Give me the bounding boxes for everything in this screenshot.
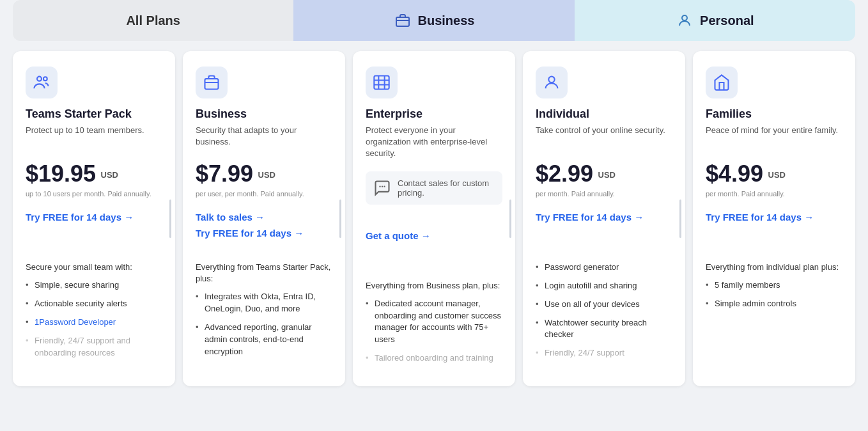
- list-item: Login autofill and sharing: [536, 280, 672, 292]
- cta-primary-families[interactable]: Try FREE for 14 days →: [706, 212, 842, 223]
- list-item: Password generator: [536, 262, 672, 274]
- families-icon-wrapper: [706, 67, 738, 98]
- price-note-families: per month. Paid annually.: [706, 190, 842, 200]
- contact-sales-text: Contact sales for custom pricing.: [398, 178, 495, 198]
- plan-desc-teams: Protect up to 10 team members.: [26, 125, 162, 149]
- svg-point-3: [682, 15, 687, 20]
- tab-all-plans[interactable]: All Plans: [13, 0, 293, 41]
- svg-rect-0: [396, 17, 409, 26]
- cta-area-enterprise: Get a quote →: [366, 230, 502, 269]
- scroll-indicator: [509, 200, 511, 238]
- person-icon: [676, 12, 694, 29]
- plan-card-families: Families Peace of mind for your entire f…: [693, 51, 855, 386]
- plan-price-business: $7.99 USD: [196, 161, 332, 187]
- plan-name-enterprise: Enterprise: [366, 107, 502, 121]
- price-note-enterprise: [366, 211, 502, 221]
- svg-rect-8: [374, 76, 389, 90]
- list-item: Use on all of your devices: [536, 299, 672, 311]
- price-currency-business: USD: [258, 170, 275, 180]
- plan-card-individual: Individual Take control of your online s…: [523, 51, 685, 386]
- page-wrapper: All Plans Business Personal: [0, 0, 868, 431]
- scroll-indicator: [169, 200, 171, 238]
- tab-personal-label: Personal: [700, 13, 754, 28]
- price-amount-families: $4.99: [706, 161, 763, 187]
- scroll-indicator: [339, 200, 341, 238]
- developer-link[interactable]: 1Password Developer: [35, 317, 116, 327]
- list-item: Simple admin controls: [706, 298, 842, 310]
- plan-name-individual: Individual: [536, 107, 672, 121]
- plan-name-families: Families: [706, 107, 842, 121]
- list-item: Watchtower security breach checker: [536, 317, 672, 341]
- svg-point-16: [548, 77, 554, 82]
- tab-business-label: Business: [418, 13, 475, 28]
- plan-name-teams: Teams Starter Pack: [26, 107, 162, 121]
- svg-point-13: [379, 185, 380, 187]
- cta-primary-business[interactable]: Try FREE for 14 days →: [196, 228, 332, 239]
- features-header-enterprise: Everything from Business plan, plus:: [366, 280, 502, 292]
- features-list-teams: Simple, secure sharing Actionable securi…: [26, 279, 162, 365]
- price-note-business: per user, per month. Paid annually.: [196, 190, 332, 200]
- team-icon: [33, 74, 50, 91]
- list-item: Simple, secure sharing: [26, 279, 162, 292]
- price-amount-business: $7.99: [196, 161, 253, 187]
- price-amount-individual: $2.99: [536, 161, 593, 187]
- enterprise-icon-wrapper: [366, 67, 398, 98]
- enterprise-icon: [373, 74, 391, 91]
- svg-point-15: [384, 185, 385, 187]
- cta-secondary-business[interactable]: Talk to sales →: [196, 212, 332, 223]
- price-note-teams: up to 10 users per month. Paid annually.: [26, 190, 162, 200]
- chat-icon: [373, 178, 391, 198]
- cta-primary-teams[interactable]: Try FREE for 14 days →: [26, 212, 162, 223]
- team-icon-wrapper: [26, 67, 58, 98]
- tab-all-plans-label: All Plans: [126, 13, 180, 28]
- list-item: 1Password Developer: [26, 317, 162, 329]
- list-item: Advanced reporting, granular admin contr…: [196, 322, 332, 358]
- plan-price-families: $4.99 USD: [706, 161, 842, 187]
- price-currency-individual: USD: [598, 170, 616, 180]
- plan-name-business: Business: [196, 107, 332, 121]
- tab-business[interactable]: Business: [293, 0, 574, 41]
- price-note-individual: per month. Paid annually.: [536, 190, 672, 200]
- plan-desc-business: Security that adapts to your business.: [196, 125, 332, 149]
- price-currency-teams: USD: [101, 170, 118, 180]
- features-header-business: Everything from Teams Starter Pack, plus…: [196, 262, 332, 285]
- plan-card-business: Business Security that adapts to your bu…: [183, 51, 345, 386]
- list-item: Friendly, 24/7 support and onboarding re…: [26, 335, 162, 359]
- price-currency-families: USD: [768, 170, 786, 180]
- plan-desc-families: Peace of mind for your entire family.: [706, 125, 842, 149]
- cta-area-individual: Try FREE for 14 days →: [536, 212, 672, 250]
- features-list-families: 5 family members Simple admin controls: [706, 279, 842, 317]
- list-item: Actionable security alerts: [26, 298, 162, 310]
- list-item: Integrates with Okta, Entra ID, OneLogin…: [196, 291, 332, 315]
- price-amount-teams: $19.95: [26, 161, 96, 187]
- cta-primary-individual[interactable]: Try FREE for 14 days →: [536, 212, 672, 223]
- plans-container: Teams Starter Pack Protect up to 10 team…: [13, 51, 855, 386]
- svg-rect-2: [401, 20, 405, 21]
- features-header-families: Everything from individual plan plus:: [706, 262, 842, 273]
- tab-personal[interactable]: Personal: [575, 0, 855, 41]
- features-list-individual: Password generator Login autofill and sh…: [536, 262, 672, 366]
- features-list-enterprise: Dedicated account manager, onboarding an…: [366, 298, 502, 371]
- features-header-teams: Secure your small team with:: [26, 262, 162, 273]
- plan-desc-individual: Take control of your online security.: [536, 125, 672, 149]
- business-icon: [203, 74, 221, 91]
- cta-area-teams: Try FREE for 14 days →: [26, 212, 162, 250]
- scroll-indicator: [679, 200, 681, 238]
- list-item: Tailored onboarding and training: [366, 352, 502, 364]
- individual-icon: [543, 74, 561, 91]
- svg-rect-6: [205, 79, 219, 89]
- families-icon: [713, 74, 731, 91]
- list-item: Dedicated account manager, onboarding an…: [366, 298, 502, 346]
- features-list-business: Integrates with Okta, Entra ID, OneLogin…: [196, 291, 332, 364]
- cta-primary-enterprise[interactable]: Get a quote →: [366, 230, 502, 241]
- briefcase-icon: [394, 12, 412, 29]
- list-item: 5 family members: [706, 279, 842, 292]
- tabs-header: All Plans Business Personal: [13, 0, 855, 41]
- business-icon-wrapper: [196, 67, 228, 98]
- plan-price-teams: $19.95 USD: [26, 161, 162, 187]
- cta-area-families: Try FREE for 14 days →: [706, 212, 842, 250]
- plan-price-individual: $2.99 USD: [536, 161, 672, 187]
- list-item: Friendly, 24/7 support: [536, 347, 672, 359]
- svg-point-14: [382, 185, 383, 187]
- plan-desc-enterprise: Protect everyone in your organization wi…: [366, 125, 502, 160]
